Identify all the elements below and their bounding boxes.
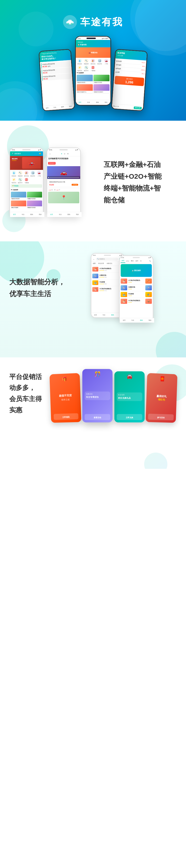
- service-title-text: 兑州轴耐普汽车美容服务: [48, 157, 79, 160]
- promo-card-2: 🎊 优惠活动 车主专享折扣 查看活动: [82, 369, 112, 423]
- right-phones-group: 9:41▲▼ ← 🔍 搜索附近 筛选 全部 附近距离 销量优先 🍜: [86, 253, 177, 322]
- purchase-button[interactable]: 立即抢购: [72, 184, 78, 186]
- svg-point-5: [68, 24, 69, 24]
- feature-text-block-2: 大数据智能分析，优享车主生活: [9, 276, 79, 300]
- promo-card-3: 🚘 车主专享 积分兑换礼品 立即兑换: [114, 371, 144, 423]
- promo-card-1: 🎁 超值不完货 领券立减 立即领取: [50, 373, 81, 423]
- app-phone-service: 9:41▲▼ ← ♥ ⊙ ✉ 兑州轴耐普汽车美容服务 智能促销 🚗: [47, 147, 81, 217]
- features-section-1: 9:41▲▼ 🔍 搜索服务 🔔 🚗 精品座驾 热销推荐 💧特色洗车 🔧维修保养: [0, 121, 186, 241]
- hero-title: 车途有我: [80, 16, 123, 29]
- left-phones-group: 9:41▲▼ 🔍 搜索服务 🔔 🚗 精品座驾 热销推荐 💧特色洗车 🔧维修保养: [9, 147, 97, 217]
- svg-point-6: [71, 24, 72, 24]
- hero-phone-center: 9:41 ▲▼ WiFi 搜索服务 🏠 车途有我 🚗 特惠加油 💧特色洗车: [75, 36, 111, 105]
- features-section-3: 平台促销活动多多，会员车主得实惠 🎁 超值不完货 领券立减 立即领取: [0, 358, 186, 469]
- hero-phones-showcase: 中彩虹欢迎回来好客(PD) 您有97友金礼, 刷卡享当场折扣！ 中彩虹欢迎回来好…: [40, 36, 146, 105]
- features-section-2: 大数据智能分析，优享车主生活 9:41▲▼ ← 🔍 搜索附近 筛选 全部 附近距…: [0, 241, 186, 358]
- promo-phones-group: 🎁 超值不完货 领券立减 立即领取 🎊 优惠活动 车主专享折扣: [50, 369, 177, 423]
- hero-logo: 车途有我: [63, 15, 123, 29]
- phone-recommend-right: 9:41▲▼ 推荐 KTV 餐饮 超市 合 🔍 🏔️ 景区推荐: [119, 255, 154, 322]
- feature-heading-2: 大数据智能分析，优享车主生活: [9, 276, 79, 300]
- feature-text-block-3: 平台促销活动多多，会员车主得实惠: [9, 371, 43, 420]
- hero-phone-right: 账单明细 本月消费 加油优惠 -¥12.5 洗车服务 -¥8.0 保养服务 -¥…: [111, 49, 148, 111]
- svg-rect-2: [68, 20, 72, 22]
- service-desc-text: 漆面深度程序化活洗·打蜡: [49, 181, 78, 183]
- service-promo-tag: 智能促销: [48, 162, 56, 164]
- app-phone-main: 9:41▲▼ 🔍 搜索服务 🔔 🚗 精品座驾 热销推荐 💧特色洗车 🔧维修保养: [9, 147, 44, 217]
- car-logo-icon: [63, 15, 77, 29]
- hero-section: 车途有我 中彩虹欢迎回来好客(PD) 您有97友金礼, 刷卡享当场折扣！ 中彩虹…: [0, 0, 186, 121]
- feature-text-block-1: 互联网+金融+石油产业链+O2O+智能终端+智能物流+智能仓储: [104, 158, 177, 206]
- feature-heading-1: 互联网+金融+石油产业链+O2O+智能终端+智能物流+智能仓储: [104, 158, 177, 206]
- feature-heading-3: 平台促销活动多多，会员车主得实惠: [9, 371, 43, 415]
- promo-card-4: 🧧 赢得好礼 领红包 参与活动: [145, 373, 178, 423]
- hero-phone-left: 中彩虹欢迎回来好客(PD) 您有97友金礼, 刷卡享当场折扣！ 中彩虹欢迎回来好…: [38, 49, 75, 111]
